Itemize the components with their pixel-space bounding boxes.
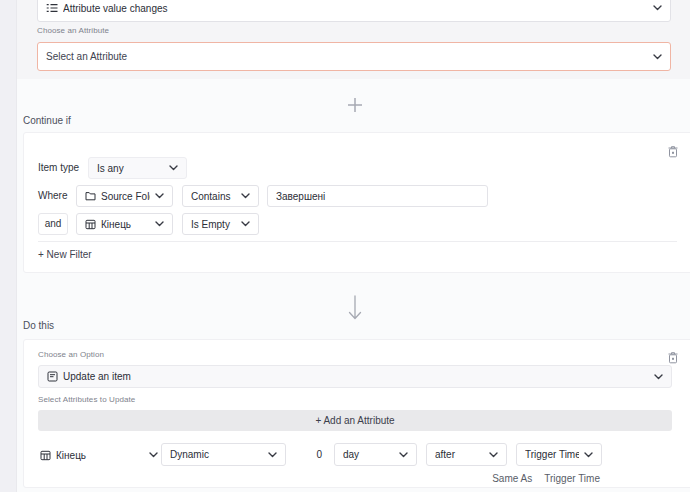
left-rail — [0, 0, 17, 492]
item-type-select[interactable]: Is any — [88, 157, 187, 179]
filter-field-select[interactable]: Source Folder — [76, 185, 173, 207]
list-icon — [46, 2, 58, 14]
card-divider — [38, 241, 677, 242]
reference-links: Same As Trigger Time — [492, 473, 600, 484]
filter-prefix-where: Where — [38, 185, 67, 207]
update-attribute-value: Кінець — [56, 450, 86, 461]
chevron-down-icon — [584, 452, 593, 458]
add-attribute-button[interactable]: + Add an Attribute — [38, 410, 672, 431]
filter-value-input[interactable] — [267, 185, 488, 207]
chevron-down-icon — [149, 452, 158, 458]
value-mode-value: Dynamic — [170, 449, 263, 460]
reference-time-value: Trigger Time — [525, 449, 579, 460]
offset-unit-value: day — [343, 449, 394, 460]
chevron-down-icon — [241, 221, 250, 227]
offset-relation-value: after — [435, 449, 484, 460]
reference-time-select[interactable]: Trigger Time — [516, 443, 602, 466]
chevron-down-icon — [169, 165, 178, 171]
trigger-time-link[interactable]: Trigger Time — [544, 473, 600, 484]
plus-icon — [347, 97, 363, 113]
trigger-event-select[interactable]: Attribute value changes — [37, 0, 671, 22]
chevron-down-icon — [654, 374, 663, 380]
chevron-down-icon — [653, 54, 662, 60]
delete-action-button[interactable] — [667, 351, 679, 364]
item-type-label: Item type — [38, 157, 79, 179]
value-mode-select[interactable]: Dynamic — [161, 443, 286, 466]
filter-field-value: Кінець — [101, 219, 150, 230]
filter-operator-select[interactable]: Contains — [182, 185, 259, 207]
filter-operator-select[interactable]: Is Empty — [182, 213, 259, 235]
choose-option-label: Choose an Option — [38, 350, 104, 359]
filter-conjunction-toggle[interactable]: and — [38, 213, 68, 235]
flow-arrow — [347, 295, 363, 321]
chevron-down-icon — [399, 452, 408, 458]
chevron-down-icon — [155, 221, 164, 227]
offset-amount-input[interactable]: 0 — [305, 443, 322, 466]
arrow-down-icon — [347, 295, 363, 321]
new-filter-button[interactable]: + New Filter — [38, 249, 92, 260]
form-icon — [47, 371, 58, 382]
filter-operator-value: Contains — [191, 191, 236, 202]
chevron-down-icon — [653, 5, 662, 11]
continue-if-title: Continue if — [23, 115, 71, 126]
offset-relation-select[interactable]: after — [426, 443, 507, 466]
filter-field-select[interactable]: Кінець — [76, 213, 173, 235]
calendar-icon — [85, 219, 96, 230]
calendar-icon — [40, 450, 51, 461]
filter-operator-value: Is Empty — [191, 219, 236, 230]
action-option-value: Update an item — [63, 371, 649, 382]
delete-condition-button[interactable] — [667, 145, 679, 158]
do-this-title: Do this — [23, 320, 54, 331]
do-this-card: Choose an Option Update an item Select A… — [23, 339, 690, 488]
trash-icon — [667, 351, 679, 364]
item-type-value: Is any — [97, 163, 164, 174]
action-option-select[interactable]: Update an item — [38, 365, 672, 388]
attribute-select-placeholder: Select an Attribute — [46, 51, 648, 62]
select-attributes-label: Select Attributes to Update — [38, 395, 135, 404]
update-attribute-select[interactable]: Кінець — [38, 446, 160, 464]
trash-icon — [667, 145, 679, 158]
chevron-down-icon — [268, 452, 277, 458]
add-step-button[interactable] — [347, 97, 363, 113]
folder-icon — [85, 191, 96, 201]
chevron-down-icon — [241, 193, 250, 199]
attribute-select[interactable]: Select an Attribute — [37, 42, 671, 71]
same-as-link[interactable]: Same As — [492, 473, 532, 484]
filter-field-value: Source Folder — [101, 191, 150, 202]
continue-if-card: Item type Is any Where Source Folder Con… — [23, 132, 690, 273]
choose-attribute-label: Choose an Attribute — [37, 26, 109, 35]
offset-unit-select[interactable]: day — [334, 443, 417, 466]
chevron-down-icon — [489, 452, 498, 458]
chevron-down-icon — [155, 193, 164, 199]
trigger-event-label: Attribute value changes — [63, 3, 648, 14]
